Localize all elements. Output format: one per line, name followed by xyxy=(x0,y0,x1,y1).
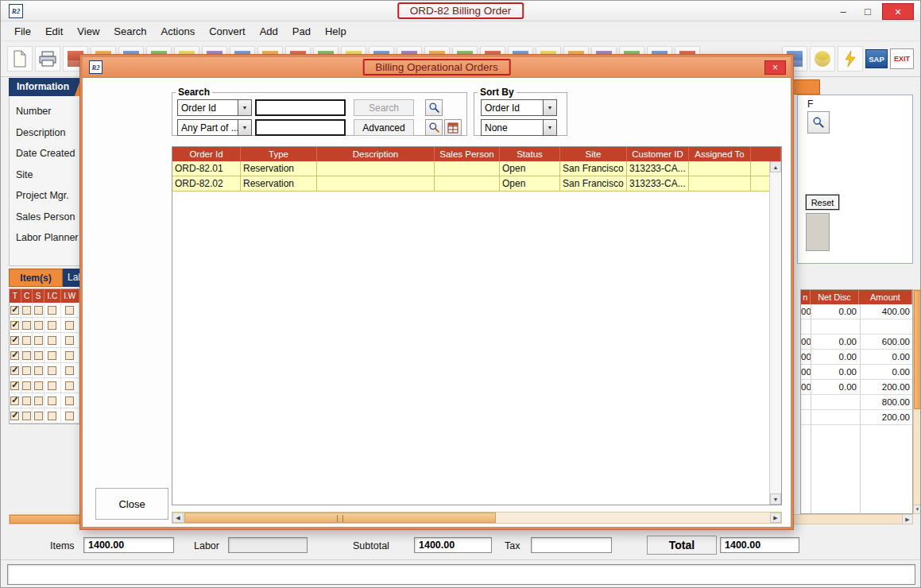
menu-help[interactable]: Help xyxy=(318,22,354,41)
search-edit-icon[interactable] xyxy=(425,119,443,136)
amounts-row[interactable]: 000.000.00 xyxy=(801,350,912,365)
grid-checkbox[interactable] xyxy=(34,381,43,390)
search-input[interactable] xyxy=(255,99,346,116)
dialog-logo-icon[interactable]: R2 xyxy=(89,60,103,74)
chevron-down-icon[interactable]: ▼ xyxy=(238,120,251,135)
items-total-field[interactable]: 1400.00 xyxy=(83,537,174,553)
chevron-down-icon[interactable]: ▼ xyxy=(543,120,556,135)
search-icon-button[interactable] xyxy=(807,111,830,133)
grid-checkbox[interactable] xyxy=(10,366,19,375)
grid-checkbox[interactable] xyxy=(48,351,56,360)
information-tab[interactable]: Information xyxy=(9,78,87,96)
grid-checkbox[interactable] xyxy=(65,336,74,345)
grid-checkbox[interactable] xyxy=(22,397,31,405)
match-mode-combo[interactable]: Any Part of ...▼ xyxy=(177,119,252,136)
grid-checkbox[interactable] xyxy=(48,366,56,375)
close-window-button[interactable]: × xyxy=(882,3,914,20)
sap-icon[interactable]: SAP xyxy=(865,49,888,68)
grid-checkbox[interactable] xyxy=(22,381,31,390)
scroll-down-icon[interactable]: ▼ xyxy=(914,505,921,513)
grid-checkbox[interactable] xyxy=(48,306,56,315)
grid-checkbox[interactable] xyxy=(48,412,56,420)
grid-checkbox[interactable] xyxy=(65,366,74,375)
grid-checkbox[interactable] xyxy=(48,336,56,345)
labor-total-field[interactable] xyxy=(228,537,308,553)
sort-secondary-combo[interactable]: None▼ xyxy=(481,119,557,136)
app-logo-icon[interactable]: R2 xyxy=(9,4,23,18)
amounts-row[interactable]: 000.00200.00 xyxy=(801,380,912,395)
magic-wand-icon[interactable] xyxy=(838,46,863,72)
orders-header[interactable]: Description xyxy=(317,147,435,161)
grid-checkbox[interactable] xyxy=(48,397,56,405)
scrollbar-thumb[interactable] xyxy=(184,513,496,523)
new-document-icon[interactable] xyxy=(7,46,33,72)
grid-checkbox[interactable] xyxy=(10,412,19,420)
search-field-combo[interactable]: Order Id▼ xyxy=(177,99,252,116)
print-icon[interactable] xyxy=(35,46,60,72)
dialog-close-icon[interactable]: × xyxy=(764,60,786,75)
scroll-right-icon[interactable]: ▶ xyxy=(770,513,781,523)
scrollbar-thumb[interactable] xyxy=(914,290,921,409)
dialog-close-button[interactable]: Close xyxy=(95,488,168,520)
amounts-row[interactable]: 200.00 xyxy=(801,410,912,425)
scroll-left-icon[interactable]: ◀ xyxy=(172,513,184,523)
amounts-row[interactable]: 000.00400.00 xyxy=(801,304,912,319)
menu-convert[interactable]: Convert xyxy=(202,22,253,41)
amounts-row[interactable] xyxy=(801,319,912,335)
scroll-right-icon[interactable]: ▶ xyxy=(902,515,912,524)
scroll-up-icon[interactable]: ▲ xyxy=(770,161,781,172)
grid-checkbox[interactable] xyxy=(65,351,74,360)
menu-file[interactable]: File xyxy=(7,22,38,41)
menu-search[interactable]: Search xyxy=(106,22,153,41)
grid-checkbox[interactable] xyxy=(65,321,74,330)
menu-pad[interactable]: Pad xyxy=(285,22,318,41)
grid-checkbox[interactable] xyxy=(48,321,56,330)
scrollbar-thumb[interactable] xyxy=(10,515,83,524)
sort-primary-combo[interactable]: Order Id▼ xyxy=(481,99,557,116)
notes-box[interactable] xyxy=(806,213,830,251)
grid-checkbox[interactable] xyxy=(10,321,19,330)
grid-checkbox[interactable] xyxy=(22,336,31,345)
grid-checkbox[interactable] xyxy=(65,412,74,420)
grid-checkbox[interactable] xyxy=(10,397,19,405)
orders-header[interactable]: Customer ID xyxy=(627,147,689,161)
minimize-button[interactable]: – xyxy=(833,3,853,20)
reset-button[interactable]: Reset xyxy=(806,195,839,210)
grid-checkbox[interactable] xyxy=(65,306,74,315)
grid-checkbox[interactable] xyxy=(34,397,43,405)
exit-icon[interactable]: EXIT xyxy=(890,48,914,69)
right-panel-tab[interactable] xyxy=(791,79,820,95)
search-button[interactable]: Search xyxy=(354,99,414,116)
grid-checkbox[interactable] xyxy=(48,381,56,390)
smiley-icon[interactable] xyxy=(810,46,835,72)
menu-add[interactable]: Add xyxy=(253,22,285,41)
advanced-search-input[interactable] xyxy=(255,119,346,136)
grid-checkbox[interactable] xyxy=(22,366,31,375)
grid-checkbox[interactable] xyxy=(22,306,31,315)
orders-header[interactable]: Assigned To xyxy=(689,147,751,161)
grid-checkbox[interactable] xyxy=(65,397,74,405)
grid-checkbox[interactable] xyxy=(10,351,19,360)
scroll-down-icon[interactable]: ▼ xyxy=(770,493,781,505)
orders-header[interactable]: Order Id xyxy=(172,147,241,161)
grid-checkbox[interactable] xyxy=(22,412,31,420)
amounts-row[interactable]: 800.00 xyxy=(801,395,912,410)
chevron-down-icon[interactable]: ▼ xyxy=(543,100,556,115)
orders-header[interactable]: Status xyxy=(500,147,560,161)
grid-checkbox[interactable] xyxy=(22,351,31,360)
tab-items[interactable]: Item(s) xyxy=(9,269,63,287)
advanced-button[interactable]: Advanced xyxy=(354,119,414,136)
grid-checkbox[interactable] xyxy=(65,381,74,390)
orders-header[interactable]: Type xyxy=(241,147,317,161)
grid-checkbox[interactable] xyxy=(10,306,19,315)
orders-header[interactable]: Site xyxy=(560,147,627,161)
total-field[interactable]: 1400.00 xyxy=(720,537,799,553)
main-vertical-scrollbar[interactable]: ▼ xyxy=(913,289,921,514)
maximize-button[interactable]: □ xyxy=(857,3,878,20)
orders-header[interactable]: Sales Person xyxy=(435,147,500,161)
menu-actions[interactable]: Actions xyxy=(154,22,203,41)
grid-checkbox[interactable] xyxy=(10,381,19,390)
lookup-icon[interactable] xyxy=(425,99,443,116)
menu-view[interactable]: View xyxy=(70,22,106,41)
grid-checkbox[interactable] xyxy=(34,351,43,360)
